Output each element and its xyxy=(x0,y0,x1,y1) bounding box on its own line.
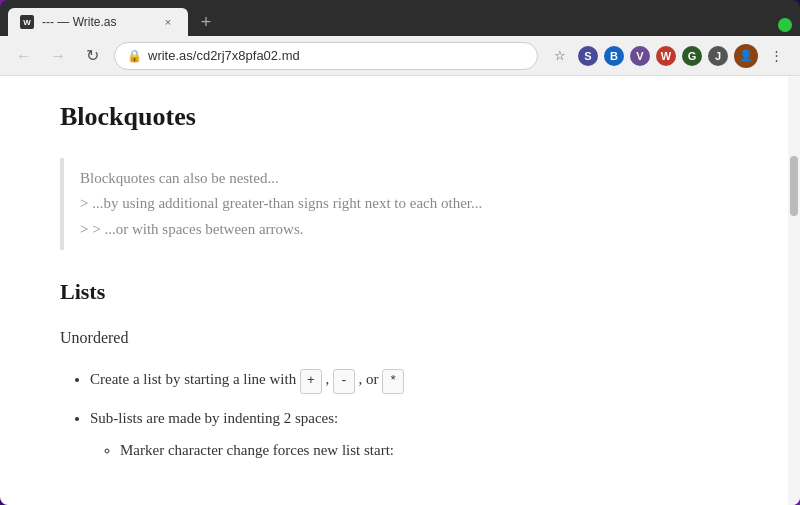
profile-avatar[interactable]: 👤 xyxy=(734,44,758,68)
code-badge-minus: - xyxy=(333,369,355,394)
browser-menu-icon[interactable]: ⋮ xyxy=(764,44,788,68)
browser-tab[interactable]: W --- — Write.as × xyxy=(8,8,188,36)
scrollbar[interactable] xyxy=(788,76,800,505)
list-item-2-text: Sub-lists are made by indenting 2 spaces… xyxy=(90,410,338,426)
list-item-1: Create a list by starting a line with + … xyxy=(90,367,728,394)
blockquote-line-3: > > ...or with spaces between arrows. xyxy=(80,217,712,243)
address-bar[interactable]: 🔒 write.as/cd2rj7x8pfa02.md xyxy=(114,42,538,70)
ext-icon-4[interactable]: W xyxy=(656,46,676,66)
window-controls xyxy=(778,18,792,36)
tab-bar: W --- — Write.as × + xyxy=(0,0,800,36)
tab-favicon: W xyxy=(20,15,34,29)
code-badge-star: * xyxy=(382,369,404,394)
lists-heading: Lists xyxy=(60,274,728,309)
list-item-2: Sub-lists are made by indenting 2 spaces… xyxy=(90,406,728,462)
ext-icon-1[interactable]: S xyxy=(578,46,598,66)
ext-icon-2[interactable]: B xyxy=(604,46,624,66)
tab-title: --- — Write.as xyxy=(42,15,152,29)
sub-list: Marker character change forces new list … xyxy=(90,438,728,462)
address-text: write.as/cd2rj7x8pfa02.md xyxy=(148,48,525,63)
toolbar-icons: ☆ S B V W G J 👤 ⋮ xyxy=(548,44,788,68)
tab-close-button[interactable]: × xyxy=(160,14,176,30)
bookmark-icon[interactable]: ☆ xyxy=(548,44,572,68)
ext-icon-3[interactable]: V xyxy=(630,46,650,66)
maximize-button[interactable] xyxy=(778,18,792,32)
unordered-list: Create a list by starting a line with + … xyxy=(60,367,728,462)
forward-button[interactable]: → xyxy=(46,44,70,68)
page-content: Blockquotes Blockquotes can also be nest… xyxy=(0,76,788,505)
back-button[interactable]: ← xyxy=(12,44,36,68)
browser-toolbar: ← → ↻ 🔒 write.as/cd2rj7x8pfa02.md ☆ S B … xyxy=(0,36,800,76)
new-tab-button[interactable]: + xyxy=(192,8,220,36)
sub-list-item-1: Marker character change forces new list … xyxy=(120,438,728,462)
lock-icon: 🔒 xyxy=(127,49,142,63)
browser-window: W --- — Write.as × + ← → ↻ 🔒 write.as/cd… xyxy=(0,0,800,505)
ext-icon-5[interactable]: G xyxy=(682,46,702,66)
blockquote-container: Blockquotes can also be nested... > ...b… xyxy=(60,158,728,251)
unordered-label: Unordered xyxy=(60,325,728,351)
page-area: Blockquotes Blockquotes can also be nest… xyxy=(0,76,800,505)
reload-button[interactable]: ↻ xyxy=(80,44,104,68)
ext-icon-6[interactable]: J xyxy=(708,46,728,66)
list-item-1-text-before: Create a list by starting a line with xyxy=(90,371,300,387)
separator-1: , xyxy=(326,371,334,387)
blockquote-line-2: > ...by using additional greater-than si… xyxy=(80,191,712,217)
scroll-thumb[interactable] xyxy=(790,156,798,216)
blockquotes-heading: Blockquotes xyxy=(60,96,728,138)
separator-2: , or xyxy=(359,371,383,387)
blockquote-line-1: Blockquotes can also be nested... xyxy=(80,166,712,192)
code-badge-plus: + xyxy=(300,369,322,394)
